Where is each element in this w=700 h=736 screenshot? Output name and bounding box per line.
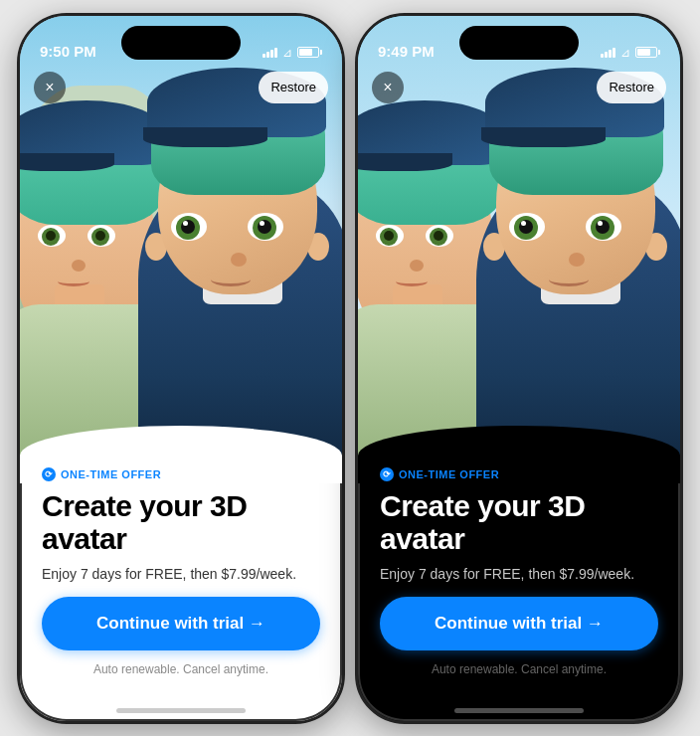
phone-comparison: 9:50 PM ⊿ xyxy=(17,13,683,724)
home-indicator-dark xyxy=(454,708,584,713)
status-icons-dark: ⊿ xyxy=(601,46,660,60)
dynamic-island-dark xyxy=(459,26,579,60)
signal-icon-light xyxy=(262,48,277,58)
auto-renew-light: Auto renewable. Cancel anytime. xyxy=(42,662,320,676)
phone-dark: 9:49 PM ⊿ xyxy=(355,13,683,724)
signal-icon-dark xyxy=(601,48,615,58)
offer-badge-text-dark: ONE-TIME OFFER xyxy=(399,468,499,480)
close-button-dark[interactable]: × xyxy=(372,72,404,103)
cta-button-light[interactable]: Continue with trial → xyxy=(42,597,320,650)
content-area-light: ⟳ ONE-TIME OFFER Create your 3D avatar E… xyxy=(20,448,342,721)
offer-badge-dark: ⟳ ONE-TIME OFFER xyxy=(380,467,658,481)
wifi-icon-light: ⊿ xyxy=(282,46,292,60)
restore-button-light[interactable]: Restore xyxy=(259,72,328,103)
content-area-dark: ⟳ ONE-TIME OFFER Create your 3D avatar E… xyxy=(358,448,680,721)
close-button-light[interactable]: × xyxy=(34,72,66,103)
battery-icon-light xyxy=(297,47,322,58)
battery-icon-dark xyxy=(635,47,660,58)
status-icons-light: ⊿ xyxy=(262,46,322,60)
subtitle-dark: Enjoy 7 days for FREE, then $7.99/week. xyxy=(380,565,658,583)
dynamic-island-light xyxy=(121,26,241,60)
offer-badge-text-light: ONE-TIME OFFER xyxy=(61,468,161,480)
time-dark: 9:49 PM xyxy=(378,43,435,60)
main-title-dark: Create your 3D avatar xyxy=(380,489,658,555)
character-front-light xyxy=(133,66,342,483)
auto-renew-dark: Auto renewable. Cancel anytime. xyxy=(380,662,658,676)
home-indicator-light xyxy=(116,708,246,713)
restore-button-dark[interactable]: Restore xyxy=(597,72,666,103)
main-title-light: Create your 3D avatar xyxy=(42,489,320,555)
cta-button-dark[interactable]: Continue with trial → xyxy=(380,597,658,650)
character-front-dark xyxy=(471,66,680,483)
wifi-icon-dark: ⊿ xyxy=(620,46,630,60)
offer-icon-light: ⟳ xyxy=(42,467,56,481)
offer-icon-dark: ⟳ xyxy=(380,467,394,481)
offer-badge-light: ⟳ ONE-TIME OFFER xyxy=(42,467,320,481)
time-light: 9:50 PM xyxy=(40,43,96,60)
phone-light: 9:50 PM ⊿ xyxy=(17,13,345,724)
subtitle-light: Enjoy 7 days for FREE, then $7.99/week. xyxy=(42,565,320,583)
